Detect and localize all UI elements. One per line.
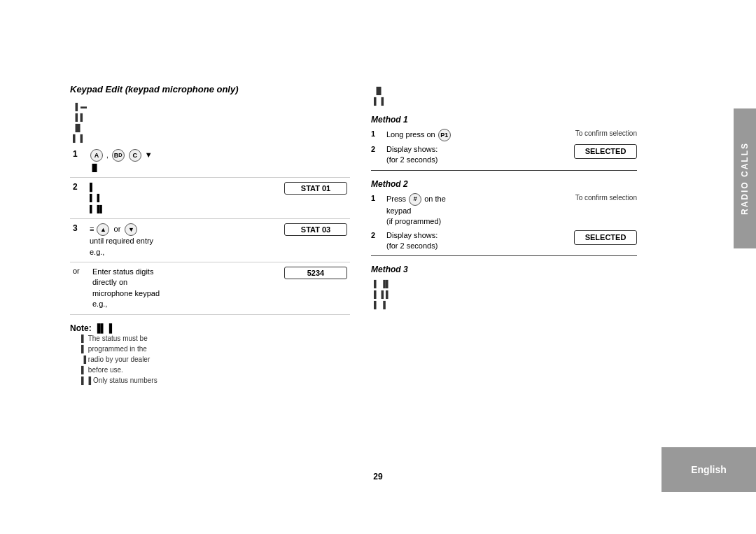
step-content-1: A , BD C ▼ ▐▌ [90, 149, 347, 173]
display-shows-1: Display shows: [386, 144, 568, 155]
method-2-content-2: Display shows: (for 2 seconds) [386, 230, 568, 252]
english-label: English [691, 464, 727, 475]
icon-line-4: ▌▐ [73, 133, 350, 143]
right-icon-2: ▌▐ [374, 96, 637, 106]
right-top-icons: ▐▌ ▌▐ [371, 85, 637, 106]
note-label: Note: [70, 323, 92, 333]
step-1-icons: A , BD C ▼ [90, 149, 347, 162]
step-2-icon: ▌ [90, 183, 95, 191]
arrow-down-icon: ▼ [145, 150, 153, 160]
method-1-selected: SELECTED [574, 144, 637, 159]
or-display: 5234 [284, 267, 347, 279]
note-line-3: ▐ radio by your dealer [81, 354, 350, 365]
note-icon: ▐▌▐ [94, 323, 113, 333]
divider-1 [371, 170, 637, 171]
key-a[interactable]: A [90, 149, 103, 162]
long-press-text: Long press on [386, 130, 438, 139]
if-programmed-text: (if programmed) [386, 216, 570, 227]
method-2-content-1: Press # on the keypad (if programmed) [386, 193, 570, 227]
note-line-1: ▌ The status must be [81, 333, 350, 344]
method-2-num-1: 1 [371, 193, 381, 204]
or-step-row: or Enter status digits directly on micro… [70, 262, 350, 315]
step-2-sub: ▌▐ [90, 194, 99, 202]
key-p1[interactable]: P1 [438, 129, 451, 141]
note-line-5: ▌▐ Only status numbers [81, 375, 350, 386]
method-1-num-2: 2 [371, 144, 381, 155]
step-num-1: 1 [73, 149, 84, 159]
method-2-result-1: To confirm selection [575, 193, 637, 203]
key-bd[interactable]: BD [112, 149, 125, 162]
method-1-row-1: 1 Long press on P1 To confirm selection [371, 129, 637, 141]
press-hash-text: Press # on the [386, 193, 570, 206]
m3-icon-1: ▌ ▐▌ [374, 279, 637, 289]
mic-keypad-text: microphone keypad [92, 288, 279, 299]
radio-calls-label: RADIO CALLS [740, 142, 750, 215]
eg-or-text: e.g., [92, 299, 279, 309]
icon-line-3: ▐▌ [73, 122, 350, 133]
step-num-3: 3 [73, 223, 84, 233]
for-2-sec-2: (for 2 seconds) [386, 241, 568, 251]
divider-2 [371, 255, 637, 256]
method-2-title: Method 2 [371, 179, 637, 189]
for-2-sec-1: (for 2 seconds) [386, 155, 568, 165]
note-lines: ▌ The status must be ▌ programmed in the… [70, 333, 350, 386]
note-section: Note: ▐▌▐ ▌ The status must be ▌ program… [70, 323, 350, 386]
key-c[interactable]: C [129, 149, 141, 162]
method-1-title: Method 1 [371, 115, 637, 125]
step-2-sub2: ▌▐▌ [90, 205, 104, 213]
note-line-2: ▌ programmed in the [81, 344, 350, 354]
left-column: Keypad Edit (keypad microphone only) ▐ ▬… [70, 84, 350, 464]
step-row-2: 2 ▌ ▌▐ ▌▐▌ STAT 01 [70, 178, 350, 219]
step-1-sub: ▐▌ [90, 163, 347, 173]
step-content-3: ≡ ▲ or ▼ until required entry e.g., [90, 223, 279, 258]
main-content: Keypad Edit (keypad microphone only) ▐ ▬… [70, 84, 721, 464]
eg-text: e.g., [90, 247, 279, 258]
key-up[interactable]: ▲ [97, 223, 109, 236]
m3-icon-3: ▌ ▐ [374, 300, 637, 310]
method-3-icons: ▌ ▐▌ ▌▐ ▌ ▌ ▐ [371, 279, 637, 310]
icon-line-1: ▐ ▬ [73, 101, 350, 112]
left-top-icons: ▐ ▬ ▐▐ ▐▌ ▌▐ [70, 101, 350, 143]
step-num-2: 2 [73, 182, 84, 192]
step-row-3: 3 ≡ ▲ or ▼ until required entry e.g., ST… [70, 219, 350, 262]
key-hash[interactable]: # [409, 193, 421, 206]
step-3-display: STAT 03 [284, 223, 347, 236]
radio-calls-tab: RADIO CALLS [734, 108, 756, 248]
until-text: until required entry [90, 236, 279, 246]
icon-line-2: ▐▐ [73, 112, 350, 122]
display-shows-2: Display shows: [386, 230, 568, 241]
enter-digits-text: Enter status digits [92, 267, 279, 277]
note-row: Note: ▐▌▐ [70, 323, 350, 333]
or-label: or [73, 267, 87, 275]
or-label: or [114, 225, 121, 233]
keypad-text: keypad [386, 206, 570, 216]
method-1-result-1: To confirm selection [575, 129, 637, 139]
directly-text: directly on [92, 277, 279, 288]
method-1-content-2: Display shows: (for 2 seconds) [386, 144, 568, 166]
comma-sep: , [106, 150, 108, 160]
method-2-row-2: 2 Display shows: (for 2 seconds) SELECTE… [371, 230, 637, 252]
method-1-content-1: Long press on P1 [386, 129, 570, 141]
radio-icon: ▐▐ [73, 112, 83, 122]
keypad-icon: ▐▌ [73, 122, 83, 133]
step-row-1: 1 A , BD C ▼ ▐▌ [70, 145, 350, 178]
right-column: ▐▌ ▌▐ Method 1 1 Long press on P1 To con… [371, 84, 637, 464]
section-title: Keypad Edit (keypad microphone only) [70, 84, 350, 94]
method-2-num-2: 2 [371, 230, 381, 241]
method-3-title: Method 3 [371, 265, 637, 274]
key-down[interactable]: ▼ [125, 223, 137, 236]
prog-icon: ▌▐ [73, 133, 83, 143]
method-2-selected: SELECTED [574, 230, 637, 245]
method-2-row-1: 1 Press # on the keypad (if programmed) … [371, 193, 637, 227]
right-icon-1: ▐▌ [374, 85, 637, 96]
page-number: 29 [373, 472, 382, 482]
list-icon: ≡ [90, 225, 94, 233]
method-1-row-2: 2 Display shows: (for 2 seconds) SELECTE… [371, 144, 637, 166]
mic-icon: ▐ [73, 101, 78, 112]
note-line-4: ▌ before use. [81, 365, 350, 375]
step-2-display: STAT 01 [284, 182, 347, 195]
step-content-2: ▌ ▌▐ ▌▐▌ [90, 182, 279, 214]
icon-label-1: ▬ [80, 102, 87, 112]
method-1-num-1: 1 [371, 129, 381, 139]
step-3-icon-row: ≡ ▲ or ▼ [90, 223, 279, 236]
